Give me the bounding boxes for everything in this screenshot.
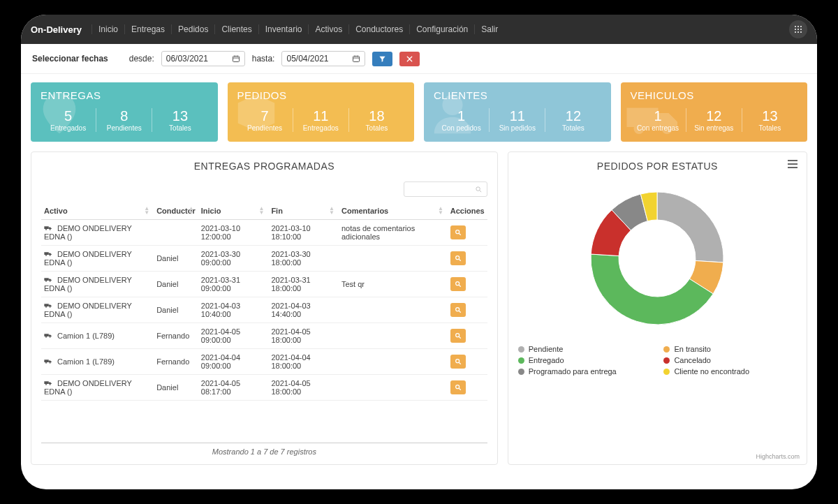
svg-point-45	[45, 336, 47, 338]
svg-point-31	[50, 255, 51, 256]
cell-fin: 2021-04-03 14:40:00	[268, 297, 339, 323]
content-area: ENTREGAS5Entregados8Pendientes13TotalesP…	[21, 74, 817, 489]
summary-card-vehiculos[interactable]: VEHICULOS1Con entregas12Sin entregas13To…	[621, 82, 808, 142]
stat-number: 18	[352, 108, 402, 124]
table-search-input[interactable]	[409, 185, 475, 193]
nav-activos[interactable]: Activos	[308, 24, 348, 34]
truck-icon	[44, 276, 52, 283]
svg-point-22	[476, 186, 480, 191]
svg-point-26	[50, 229, 51, 230]
col-fin[interactable]: Fin▲▼	[268, 202, 339, 220]
legend-item[interactable]: Cancelado	[663, 356, 797, 364]
table-row: DEMO ONDELIVERY EDNA ()Daniel2021-04-05 …	[41, 375, 487, 401]
stat: 12Totales	[545, 108, 601, 132]
view-row-button[interactable]	[450, 251, 466, 265]
legend-swatch	[663, 369, 670, 375]
nav-entregas[interactable]: Entregas	[124, 24, 171, 34]
nav-clientes[interactable]: Clientes	[214, 24, 258, 34]
legend-item[interactable]: Cliente no encontrado	[663, 367, 797, 376]
stat-number: 13	[155, 108, 205, 124]
svg-line-48	[459, 336, 461, 339]
legend-item[interactable]: Programado para entrega	[518, 367, 652, 376]
summary-cards: ENTREGAS5Entregados8Pendientes13TotalesP…	[31, 82, 807, 142]
stat: 11Sin pedidos	[489, 108, 545, 132]
view-row-button[interactable]	[450, 303, 466, 317]
table-row: Camion 1 (L789)Fernando2021-04-04 09:00:…	[41, 349, 487, 375]
cell-comentarios	[339, 349, 448, 375]
cell-inicio: 2021-03-31 09:00:00	[198, 272, 269, 297]
svg-rect-39	[44, 304, 48, 306]
table-search[interactable]	[404, 181, 487, 197]
stat: 12Sin entregas	[686, 108, 742, 132]
stat-label: Con entregas	[633, 124, 683, 132]
chart-menu-button[interactable]	[787, 159, 798, 172]
cell-activo: DEMO ONDELIVERY EDNA ()	[41, 246, 154, 272]
deliveries-table: Activo▲▼Conductor▲▼Inicio▲▼Fin▲▼Comentar…	[41, 202, 487, 401]
nav-conductores[interactable]: Conductores	[348, 24, 409, 34]
legend-item[interactable]: En transito	[663, 345, 797, 353]
stat-label: Sin pedidos	[492, 124, 542, 132]
svg-rect-54	[44, 381, 48, 384]
nav-salir[interactable]: Salir	[474, 24, 504, 34]
svg-line-38	[459, 285, 461, 287]
clear-filter-button[interactable]	[399, 52, 420, 66]
stat-label: Entregados	[296, 124, 346, 132]
stat-label: Pendientes	[99, 124, 149, 132]
cell-conductor	[154, 220, 198, 246]
search-icon	[455, 332, 462, 339]
view-row-button[interactable]	[450, 225, 466, 239]
nav-configuración[interactable]: Configuración	[409, 24, 474, 34]
apply-filter-button[interactable]	[372, 52, 392, 66]
stat-label: Sin entregas	[689, 124, 739, 132]
view-row-button[interactable]	[450, 355, 466, 369]
summary-card-entregas[interactable]: ENTREGAS5Entregados8Pendientes13Totales	[31, 82, 218, 142]
svg-point-41	[50, 306, 51, 308]
legend-item[interactable]: Entregado	[518, 356, 652, 364]
view-row-button[interactable]	[450, 277, 466, 291]
nav-pedidos[interactable]: Pedidos	[171, 24, 214, 34]
stat-number: 11	[492, 108, 542, 124]
sort-icon: ▲▼	[438, 207, 443, 215]
from-label: desde:	[129, 54, 154, 64]
stat: 13Totales	[742, 108, 797, 132]
svg-point-40	[45, 306, 47, 308]
view-row-button[interactable]	[450, 380, 466, 394]
date-from-input[interactable]: 06/03/2021	[161, 51, 245, 66]
svg-point-25	[45, 229, 47, 230]
col-comentarios[interactable]: Comentarios▲▼	[339, 202, 448, 220]
legend-swatch	[518, 346, 524, 353]
date-to-input[interactable]: 05/04/2021	[281, 51, 365, 66]
filter-title: Seleccionar fechas	[32, 54, 108, 64]
col-acciones[interactable]: Acciones	[448, 202, 487, 220]
apps-grid-button[interactable]	[789, 20, 807, 38]
svg-point-47	[455, 334, 459, 337]
chart-legend: PendienteEn transitoEntregadoCanceladoPr…	[518, 345, 797, 376]
grid-icon	[794, 25, 802, 34]
legend-label: En transito	[674, 345, 711, 353]
nav-inventario[interactable]: Inventario	[258, 24, 309, 34]
svg-point-51	[50, 362, 51, 364]
cell-fin: 2021-03-31 18:00:00	[268, 272, 339, 297]
svg-line-23	[480, 190, 481, 191]
summary-card-clientes[interactable]: CLIENTES1Con pedidos11Sin pedidos12Total…	[424, 82, 611, 142]
calendar-icon	[352, 54, 360, 63]
stat-label: Totales	[745, 124, 795, 132]
nav-inicio[interactable]: Inicio	[91, 24, 124, 34]
lower-row: ENTREGAS PROGRAMADAS Activo▲▼Conductor▲▼…	[31, 151, 807, 465]
summary-card-pedidos[interactable]: PEDIDOS7Pendientes11Entregados18Totales	[228, 82, 415, 142]
col-conductor[interactable]: Conductor▲▼	[154, 202, 198, 220]
search-icon	[455, 255, 462, 262]
card-bg-icon	[428, 89, 477, 140]
svg-point-57	[455, 385, 459, 389]
legend-label: Programado para entrega	[529, 367, 617, 376]
table-row: DEMO ONDELIVERY EDNA ()Daniel2021-03-31 …	[41, 272, 487, 297]
col-activo[interactable]: Activo▲▼	[41, 202, 154, 220]
col-inicio[interactable]: Inicio▲▼	[198, 202, 269, 220]
svg-point-30	[45, 255, 47, 256]
legend-item[interactable]: Pendiente	[518, 345, 652, 353]
svg-rect-6	[795, 31, 796, 33]
navbar: On-Delivery InicioEntregasPedidosCliente…	[21, 15, 817, 44]
view-row-button[interactable]	[450, 329, 466, 343]
donut-slice-pendiente[interactable]	[657, 192, 723, 262]
close-icon	[406, 55, 413, 63]
